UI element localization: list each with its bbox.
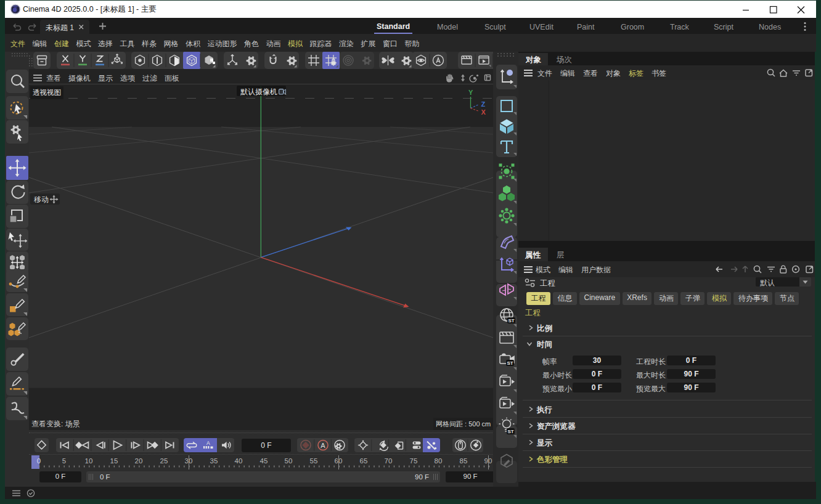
svg-text:15: 15 — [110, 457, 118, 465]
svg-text:Z: Z — [481, 100, 486, 108]
svg-text:35: 35 — [210, 457, 218, 465]
svg-text:5: 5 — [62, 457, 66, 465]
svg-text:20: 20 — [135, 457, 143, 465]
svg-text:70: 70 — [385, 457, 393, 465]
svg-text:65: 65 — [360, 457, 368, 465]
svg-text:40: 40 — [235, 457, 243, 465]
svg-text:A: A — [206, 440, 210, 446]
svg-text:0: 0 — [37, 457, 41, 465]
svg-text:55: 55 — [310, 457, 318, 465]
svg-text:50: 50 — [285, 457, 293, 465]
svg-text:ST: ST — [507, 429, 513, 434]
svg-text:ST: ST — [507, 360, 513, 366]
svg-text:75: 75 — [410, 457, 418, 465]
svg-text:90 F: 90 F — [415, 473, 429, 481]
svg-text:45: 45 — [260, 457, 268, 465]
svg-text:80: 80 — [435, 457, 443, 465]
svg-text:Y: Y — [468, 89, 473, 96]
svg-text:10: 10 — [85, 457, 93, 465]
svg-text:ST: ST — [508, 318, 514, 323]
svg-text:X: X — [481, 108, 486, 116]
svg-text:A: A — [321, 442, 325, 449]
svg-text:85: 85 — [460, 457, 468, 465]
svg-text:25: 25 — [160, 457, 168, 465]
svg-text:0 F: 0 F — [100, 473, 110, 481]
